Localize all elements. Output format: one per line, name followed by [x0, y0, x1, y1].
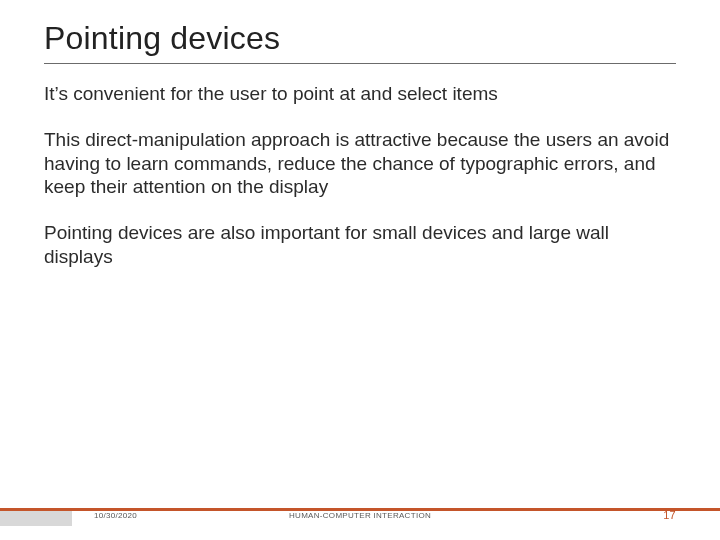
- footer-course: HUMAN-COMPUTER INTERACTION: [289, 511, 431, 520]
- body-paragraph: Pointing devices are also important for …: [44, 221, 676, 269]
- slide: Pointing devices It’s convenient for the…: [0, 0, 720, 540]
- footer-date: 10/30/2020: [94, 511, 137, 520]
- body-paragraph: This direct-manipulation approach is att…: [44, 128, 676, 199]
- footer: 10/30/2020 HUMAN-COMPUTER INTERACTION 17: [0, 508, 720, 522]
- footer-page-number: 17: [663, 509, 676, 521]
- body-paragraph: It’s convenient for the user to point at…: [44, 82, 676, 106]
- slide-title: Pointing devices: [44, 20, 676, 64]
- slide-body: It’s convenient for the user to point at…: [44, 82, 676, 269]
